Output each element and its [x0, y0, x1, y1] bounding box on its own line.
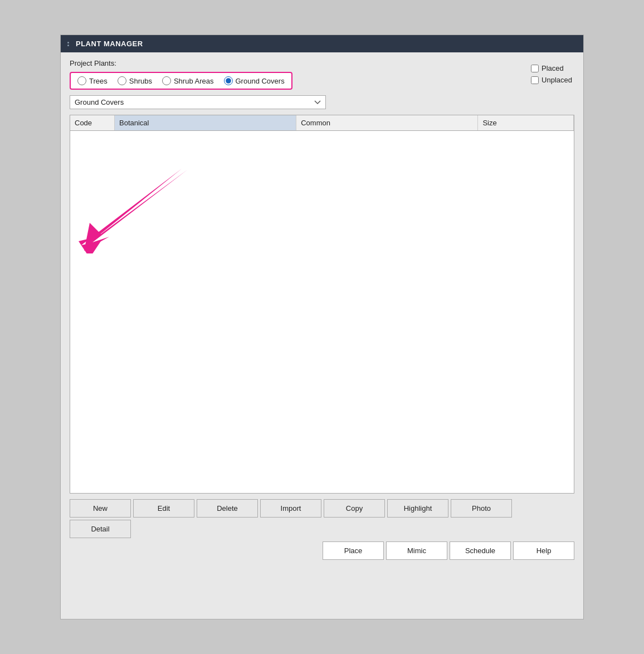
radio-ground-covers-label: Ground Covers — [236, 77, 285, 85]
placed-checkbox-label[interactable]: Placed — [531, 64, 572, 72]
radio-shrubs-label: Shrubs — [129, 77, 152, 85]
radio-trees-label: Trees — [89, 77, 108, 85]
help-button[interactable]: Help — [513, 541, 574, 560]
place-button[interactable]: Place — [323, 541, 384, 560]
svg-marker-1 — [79, 169, 182, 253]
placed-label: Placed — [541, 64, 564, 72]
drag-handle — [67, 42, 69, 46]
unplaced-checkbox[interactable] — [531, 76, 539, 84]
col-header-size: Size — [478, 115, 574, 130]
panel-titlebar: PLANT MANAGER — [61, 35, 583, 52]
plant-category-dropdown[interactable]: Ground Covers Trees Shrubs Shrub Areas — [70, 95, 326, 109]
radio-trees-input[interactable] — [77, 76, 86, 85]
col-header-botanical: Botanical — [115, 115, 296, 130]
plant-type-radio-group: Trees Shrubs Shrub Areas Ground Covers — [70, 72, 292, 90]
plant-manager-panel: PLANT MANAGER Project Plants: Trees Shru… — [60, 35, 584, 619]
placed-checkbox[interactable] — [531, 65, 539, 72]
radio-ground-covers-input[interactable] — [224, 76, 233, 85]
edit-button[interactable]: Edit — [133, 499, 194, 518]
new-button[interactable]: New — [70, 499, 131, 518]
panel-body: Project Plants: Trees Shrubs Shrub Areas… — [61, 52, 583, 567]
table-header: Code Botanical Common Size — [70, 115, 574, 131]
col-header-common: Common — [296, 115, 478, 130]
mimic-button[interactable]: Mimic — [386, 541, 447, 560]
unplaced-checkbox-label[interactable]: Unplaced — [531, 76, 572, 84]
col-header-code: Code — [70, 115, 115, 130]
detail-button[interactable]: Detail — [70, 520, 131, 538]
plant-category-dropdown-row: Ground Covers Trees Shrubs Shrub Areas — [70, 95, 574, 109]
plant-table: Code Botanical Common Size — [70, 115, 574, 494]
radio-ground-covers[interactable]: Ground Covers — [224, 76, 285, 85]
placement-checkboxes: Placed Unplaced — [531, 64, 572, 84]
table-body — [70, 131, 574, 487]
radio-shrub-areas[interactable]: Shrub Areas — [162, 76, 214, 85]
radio-trees[interactable]: Trees — [77, 76, 108, 85]
panel-title: PLANT MANAGER — [76, 40, 143, 48]
radio-shrub-areas-input[interactable] — [162, 76, 171, 85]
radio-shrubs[interactable]: Shrubs — [118, 76, 152, 85]
highlight-button[interactable]: Highlight — [387, 499, 448, 518]
action-buttons-row2: Place Mimic Schedule Help — [70, 541, 574, 560]
photo-button[interactable]: Photo — [451, 499, 512, 518]
project-plants-label: Project Plants: — [70, 59, 574, 67]
action-buttons-row1: New Edit Delete Import Copy Highlight Ph… — [70, 499, 574, 538]
red-arrow-annotation — [70, 164, 193, 253]
import-button[interactable]: Import — [260, 499, 321, 518]
delete-button[interactable]: Delete — [197, 499, 258, 518]
schedule-button[interactable]: Schedule — [450, 541, 511, 560]
svg-marker-0 — [84, 170, 187, 251]
copy-button[interactable]: Copy — [324, 499, 385, 518]
radio-shrubs-input[interactable] — [118, 76, 126, 85]
unplaced-label: Unplaced — [541, 76, 572, 84]
radio-shrub-areas-label: Shrub Areas — [174, 77, 214, 85]
